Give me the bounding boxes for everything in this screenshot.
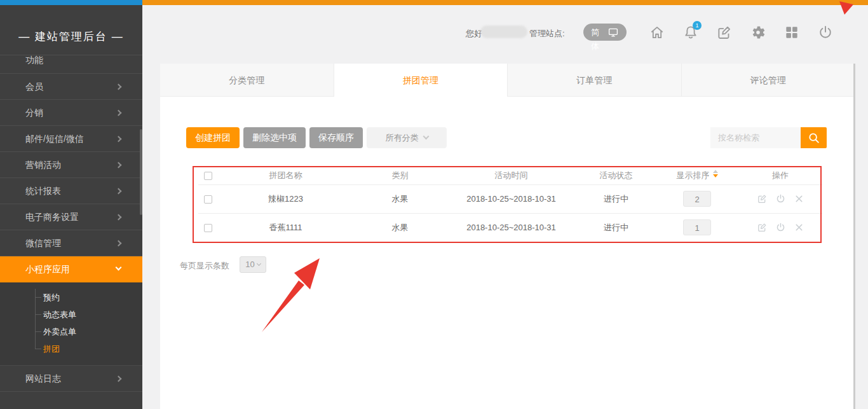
delete-selected-button[interactable]: 删除选中项 (243, 127, 306, 148)
cell-category: 水果 (354, 184, 446, 213)
chevron-down-icon (257, 261, 261, 266)
tree-line (35, 349, 41, 349)
row-checkbox[interactable] (204, 195, 212, 204)
chevron-down-icon (116, 265, 122, 271)
tree-line (35, 314, 41, 315)
page-size-dropdown[interactable]: 10 (240, 256, 266, 273)
miniprogram-submenu: 预约 动态表单 外卖点单 拼团 (0, 282, 142, 366)
sidebar-scrollbar-thumb[interactable] (140, 129, 142, 215)
chevron-right-icon (116, 110, 122, 116)
select-all-checkbox[interactable] (204, 172, 212, 180)
sidebar-item-members[interactable]: 会员 (0, 74, 142, 100)
table-header-row: 拼团名称 类别 活动时间 活动状态 显示排序 操作 (198, 167, 822, 184)
sort-icon[interactable] (713, 170, 718, 177)
submenu-item-dynamic-form[interactable]: 动态表单 (0, 306, 142, 323)
power-icon[interactable] (817, 24, 834, 41)
edit-icon[interactable] (757, 193, 768, 204)
page-scrollbar-thumb[interactable] (853, 64, 855, 409)
sidebar-item-label: 统计报表 (25, 186, 61, 196)
chevron-right-icon (116, 240, 122, 247)
tab-groupbuy-management[interactable]: 拼团管理 (334, 64, 508, 97)
submenu-item-group-buy[interactable]: 拼团 (0, 340, 142, 357)
column-header-time: 活动时间 (446, 167, 576, 184)
admin-page: — 建站管理后台 — 功能 会员 分销 邮件/短信/微信 营销活动 (0, 0, 868, 409)
chevron-right-icon (116, 136, 122, 142)
cell-status: 进行中 (576, 184, 656, 213)
topbar-blue-segment (0, 0, 142, 5)
column-header-category: 类别 (354, 167, 446, 184)
cell-time: 2018-10-25~2018-10-31 (446, 213, 576, 242)
apps-grid-icon[interactable] (783, 24, 800, 41)
sidebar-item-label: 会员 (25, 81, 43, 92)
sidebar-item-marketing[interactable]: 营销活动 (0, 152, 142, 178)
sidebar-item-label: 电子商务设置 (25, 212, 79, 222)
submenu-item-label: 拼团 (43, 344, 60, 354)
sidebar-item-mail-sms-wechat[interactable]: 邮件/短信/微信 (0, 126, 142, 152)
sort-order-input[interactable]: 2 (683, 191, 711, 207)
sidebar-item-label: 网站日志 (25, 373, 61, 384)
edit-icon[interactable] (757, 222, 768, 233)
sidebar-item-label: 功能 (25, 55, 43, 65)
tab-order-management[interactable]: 订单管理 (508, 64, 682, 97)
sidebar-item-clipped[interactable]: 功能 (0, 55, 142, 74)
tab-category-management[interactable]: 分类管理 (160, 64, 334, 97)
delete-x-icon[interactable] (794, 222, 804, 233)
content-card: 创建拼团 删除选中项 保存顺序 所有分类 拼团名称 类别 活动时间 活动状态 (160, 97, 855, 409)
sort-order-input[interactable]: 1 (683, 219, 711, 235)
cell-category: 水果 (354, 213, 446, 242)
manage-site-label: 管理站点: (529, 28, 565, 39)
sidebar-item-label: 小程序应用 (25, 264, 70, 274)
sidebar-item-label: 微信管理 (25, 238, 61, 248)
tree-line (35, 331, 41, 332)
chevron-down-icon (423, 134, 429, 140)
create-groupbuy-button[interactable]: 创建拼团 (186, 127, 240, 148)
tab-bar: 分类管理 拼团管理 订单管理 评论管理 (160, 64, 855, 97)
bell-icon[interactable]: 1 (682, 24, 699, 41)
power-toggle-icon[interactable] (775, 193, 786, 204)
column-header-actions: 操作 (738, 167, 822, 184)
submenu-item-label: 预约 (43, 293, 60, 302)
sidebar-item-ecommerce-settings[interactable]: 电子商务设置 (0, 204, 142, 230)
gear-icon[interactable] (750, 24, 766, 41)
submenu-item-takeout[interactable]: 外卖点单 (0, 323, 142, 340)
category-filter-label: 所有分类 (386, 133, 419, 142)
chevron-right-icon (116, 214, 122, 221)
edit-icon[interactable] (716, 24, 733, 41)
sidebar-item-site-logs[interactable]: 网站日志 (0, 366, 142, 392)
tab-comment-management[interactable]: 评论管理 (682, 64, 855, 97)
sidebar-item-label: 邮件/短信/微信 (25, 134, 84, 144)
search-button[interactable] (801, 127, 827, 148)
home-icon[interactable] (649, 24, 665, 41)
column-header-name: 拼团名称 (217, 167, 354, 184)
submenu-item-booking[interactable]: 预约 (0, 289, 142, 306)
language-switcher[interactable]: 简 (583, 24, 627, 41)
save-order-button[interactable]: 保存顺序 (309, 127, 363, 148)
sidebar-menu: 功能 会员 分销 邮件/短信/微信 营销活动 统计报表 (0, 55, 142, 392)
sidebar-item-distribution[interactable]: 分销 (0, 100, 142, 126)
greeting-text: 您好 (466, 28, 482, 39)
sidebar-item-label: 营销活动 (25, 160, 61, 170)
delete-x-icon[interactable] (794, 193, 804, 204)
category-filter-dropdown[interactable]: 所有分类 (367, 127, 447, 148)
sidebar-item-miniprogram-apps[interactable]: 小程序应用 (0, 256, 142, 282)
tree-line (35, 340, 36, 349)
sidebar: — 建站管理后台 — 功能 会员 分销 邮件/短信/微信 营销活动 (0, 5, 142, 409)
cell-time: 2018-10-25~2018-10-31 (446, 184, 576, 213)
table-row: 香蕉1111 水果 2018-10-25~2018-10-31 进行中 1 (198, 213, 822, 242)
cell-name: 辣椒1223 (217, 184, 354, 213)
cell-name: 香蕉1111 (217, 213, 354, 242)
page-size-label: 每页显示条数 (180, 260, 229, 272)
power-toggle-icon[interactable] (775, 222, 786, 233)
chevron-right-icon (116, 188, 122, 195)
topbar-orange-segment (142, 0, 868, 5)
row-checkbox[interactable] (204, 224, 212, 232)
submenu-item-label: 动态表单 (43, 310, 76, 319)
chevron-right-icon (116, 84, 122, 90)
chevron-right-icon (116, 376, 122, 382)
search-input[interactable] (710, 127, 801, 148)
sidebar-item-wechat-management[interactable]: 微信管理 (0, 230, 142, 256)
column-header-status: 活动状态 (576, 167, 656, 184)
sidebar-item-label: 分销 (25, 107, 43, 118)
sidebar-item-statistics[interactable]: 统计报表 (0, 178, 142, 204)
column-header-sort[interactable]: 显示排序 (656, 167, 738, 184)
